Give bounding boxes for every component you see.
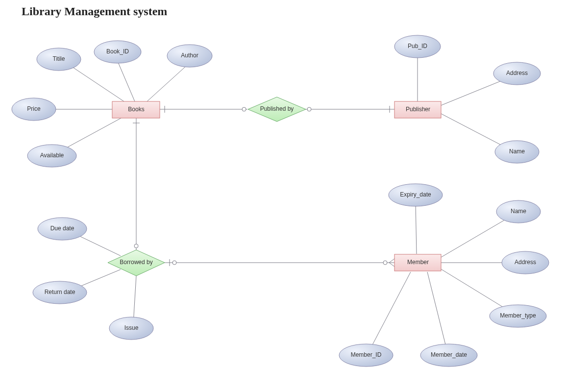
attr-member-id-label: Member_ID	[351, 351, 382, 358]
attr-member-address-label: Address	[515, 259, 536, 266]
card-publishedby-right	[307, 107, 311, 111]
attr-publisher-pubid-label: Pub_ID	[408, 43, 427, 49]
conn-publisher-name	[441, 114, 510, 149]
attr-member-expiry-label: Expiry_date	[400, 191, 431, 198]
conn-borrowedby-issue	[133, 276, 136, 323]
conn-member-name	[441, 216, 512, 257]
attr-books-title-label: Titile	[53, 55, 65, 62]
card-publishedby-left	[242, 107, 246, 111]
conn-member-id	[369, 272, 411, 350]
entity-books: Books	[112, 101, 160, 118]
attr-publisher-name: Name	[495, 141, 539, 163]
attr-borrowedby-duedate-label: Due date	[50, 225, 74, 232]
attr-member-date: Member_date	[420, 344, 477, 367]
entity-publisher-label: Publisher	[406, 106, 430, 113]
conn-publisher-address	[441, 78, 507, 105]
conn-member-type	[440, 269, 510, 311]
entity-books-label: Books	[128, 106, 144, 113]
attr-books-price: Price	[12, 98, 56, 121]
relation-published-by-label: Published by	[260, 105, 294, 112]
attr-publisher-address: Address	[493, 62, 541, 85]
attr-books-available-label: Available	[40, 152, 64, 159]
diagram-svg: Titile Book_ID Author Price Available Pu…	[0, 0, 566, 392]
card-member-left-circle	[383, 261, 387, 265]
relation-borrowed-by-label: Borrowed by	[120, 259, 152, 266]
attr-books-bookid-label: Book_ID	[106, 48, 129, 55]
card-borrowedby-top	[134, 244, 138, 248]
attr-member-type: Member_type	[490, 305, 546, 327]
conn-books-author	[147, 64, 189, 101]
attr-member-name: Name	[496, 200, 541, 223]
entity-member: Member	[394, 254, 441, 271]
attr-member-id: Member_ID	[339, 344, 393, 367]
attr-publisher-address-label: Address	[506, 70, 528, 76]
conn-books-title	[70, 65, 124, 101]
card-borrowedby-right-circle	[172, 261, 176, 265]
attr-publisher-name-label: Name	[509, 148, 525, 155]
attr-publisher-pubid: Pub_ID	[394, 35, 441, 58]
attr-member-expiry: Expiry_date	[389, 184, 443, 206]
relation-published-by: Published by	[248, 97, 306, 122]
conn-books-available	[59, 118, 121, 152]
attr-books-bookid: Book_ID	[94, 41, 141, 63]
attr-borrowedby-duedate: Due date	[38, 218, 87, 240]
attr-books-author: Author	[167, 45, 212, 67]
attr-member-address: Address	[502, 251, 549, 274]
attr-books-price-label: Price	[27, 105, 41, 112]
attr-member-date-label: Member_date	[431, 351, 467, 358]
attr-member-type-label: Member_type	[500, 312, 536, 319]
conn-member-date	[427, 272, 447, 350]
conn-books-bookid	[118, 61, 135, 101]
entity-member-label: Member	[407, 259, 429, 266]
conn-member-expiry	[416, 201, 417, 254]
attr-borrowedby-returndate: Return date	[33, 281, 87, 304]
er-diagram-canvas: Library Management system	[0, 0, 566, 392]
attr-borrowedby-issue: Issue	[109, 317, 153, 340]
attr-member-name-label: Name	[511, 208, 526, 215]
attr-borrowedby-issue-label: Issue	[124, 324, 139, 331]
attr-borrowedby-returndate-label: Return date	[45, 289, 75, 295]
attr-books-author-label: Author	[181, 52, 198, 59]
attr-books-available: Available	[27, 145, 76, 167]
entity-publisher: Publisher	[394, 101, 441, 118]
attr-books-title: Titile	[37, 48, 81, 71]
